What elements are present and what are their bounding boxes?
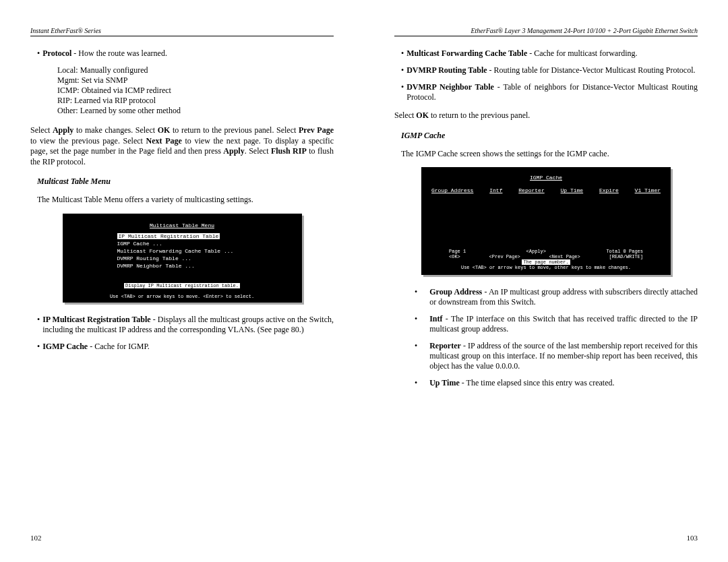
nav-abort: [READ/WRITE]	[609, 254, 643, 259]
nav-total: Total 0 Pages	[606, 249, 643, 254]
protocol-text: Protocol - How the route was learned.	[42, 49, 334, 59]
nav-next: <Next Page>	[549, 254, 580, 259]
bullet-dvmrp-routing: • DVMRP Routing Table - Routing table fo…	[394, 65, 698, 75]
page-num-right: 103	[687, 534, 698, 542]
terminal-multicast-menu: Multicast Table Menu IP Multicast Regist…	[63, 214, 302, 303]
nav-pagenum: The page number.	[522, 259, 570, 265]
para-igmp: The IGMP Cache screen shows the settings…	[394, 149, 698, 160]
protocol-lines: Local: Manually configured Mgmt: Set via…	[30, 65, 334, 116]
para-apply: Select Apply to make changes. Select OK …	[30, 125, 334, 167]
nav-apply: <Apply>	[526, 249, 546, 254]
bullet-igmp-cache: • IGMP Cache - Cache for IGMP.	[30, 342, 334, 352]
bullet-protocol: • Protocol - How the route was learned.	[30, 49, 334, 59]
terminal2-footer: Use <TAB> or arrow keys to move, other k…	[429, 265, 663, 270]
col-reporter: Reporter	[518, 187, 544, 193]
bullet-group-address: • Group Address - An IP multicast group …	[394, 287, 698, 307]
menu-item-fwd-cache: Multicast Forwarding Cache Table ...	[117, 247, 295, 255]
col-uptime: Up Time	[561, 187, 584, 193]
terminal2-bottom: Page 1 <Apply> Total 0 Pages <OK> <Prev …	[429, 249, 663, 270]
right-content: • Multicast Forwarding Cache Table - Cac…	[394, 49, 698, 542]
nav-page: Page 1	[449, 249, 466, 254]
bullet-ip-multicast: • IP Multicast Registration Table - Disp…	[30, 315, 334, 335]
bullet-dvmrp-neighbor: • DVMRP Neighbor Table - Table of neighb…	[394, 82, 698, 102]
col-intf: Intf	[489, 187, 502, 193]
para-multicast: The Multicast Table Menu offers a variet…	[30, 195, 334, 206]
nav-ok: <OK>	[449, 254, 460, 259]
menu-item-dvmrp-neighbor: DVMRP Neighbor Table ...	[117, 262, 295, 270]
header-left: Instant EtherFast® Series	[30, 27, 334, 36]
terminal-igmp-cache: IGMP Cache Group Address Intf Reporter U…	[421, 167, 671, 275]
para-select-ok: Select OK to return to the previous pane…	[394, 111, 698, 121]
col-expire: Expire	[599, 187, 619, 193]
bullet-uptime: • Up Time - The time elapsed since this …	[394, 378, 698, 388]
right-page: EtherFast® Layer 3 Management 24-Port 10…	[364, 0, 728, 562]
terminal2-title: IGMP Cache	[429, 175, 663, 181]
terminal-footer1: Display IP Multicast registration table.	[124, 283, 240, 288]
bullet-reporter: • Reporter - IP address of the source of…	[394, 341, 698, 371]
subheading-multicast: Multicast Table Menu	[30, 177, 334, 187]
bullet-intf: • Intf - The IP interface on this Switch…	[394, 314, 698, 334]
bullet-multicast-fwd: • Multicast Forwarding Cache Table - Cac…	[394, 49, 698, 59]
terminal-footer2: Use <TAB> or arrow keys to move. <Enter>…	[70, 294, 295, 299]
nav-prev: <Prev Page>	[489, 254, 520, 259]
subheading-igmp: IGMP Cache	[394, 131, 698, 141]
menu-item-dvmrp-routing: DVMRP Routing Table ...	[117, 255, 295, 262]
col-group-address: Group Address	[431, 187, 473, 193]
header-right: EtherFast® Layer 3 Management 24-Port 10…	[394, 27, 698, 36]
left-page: Instant EtherFast® Series • Protocol - H…	[0, 0, 364, 562]
col-v1timer: V1 Timer	[635, 187, 661, 193]
terminal2-cols: Group Address Intf Reporter Up Time Expi…	[429, 187, 663, 193]
terminal-title: Multicast Table Menu	[70, 222, 295, 228]
left-content: • Protocol - How the route was learned. …	[30, 49, 334, 542]
page-num-left: 102	[30, 534, 42, 542]
menu-item-ip-multicast: IP Multicast Registration Table	[117, 233, 220, 239]
menu-item-igmp: IGMP Cache ...	[117, 240, 295, 247]
